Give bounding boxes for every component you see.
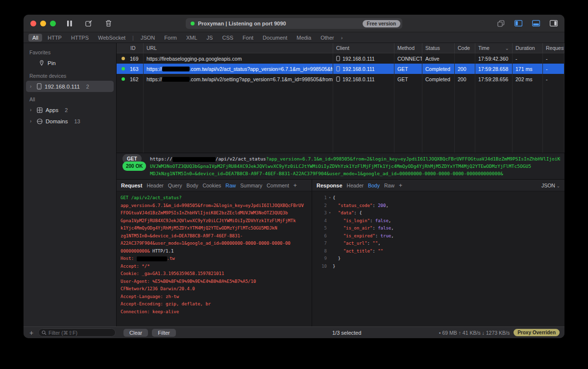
request-tab-body[interactable]: Body bbox=[186, 183, 198, 188]
response-format-selector[interactable]: JSON ⌄ bbox=[541, 183, 560, 188]
column-header-request[interactable]: Request bbox=[543, 43, 564, 53]
column-header-status[interactable]: Status bbox=[422, 43, 455, 53]
content-area: IDURLClientMethodStatusCodeTime⌄Duration… bbox=[117, 43, 564, 326]
response-json-line: 3▾ "data": { bbox=[316, 209, 561, 217]
filter-button[interactable]: Filter bbox=[152, 329, 175, 337]
response-json-line: 10} bbox=[316, 263, 561, 271]
table-row-169[interactable]: 169https://firebaselogging-pa.googleapis… bbox=[117, 53, 564, 64]
filter-tab-other[interactable]: Other bbox=[317, 34, 338, 42]
request-tab-header[interactable]: Header bbox=[147, 183, 163, 188]
pin-icon bbox=[39, 60, 45, 66]
sidebar-item-pin[interactable]: Pin bbox=[26, 57, 114, 69]
clear-button[interactable]: Clear bbox=[123, 329, 148, 337]
column-header-duration[interactable]: Duration bbox=[513, 43, 543, 53]
sidebar-item-apps[interactable]: ›Apps2 bbox=[26, 104, 114, 115]
column-header-code[interactable]: Code bbox=[455, 43, 475, 53]
response-json-line: 1▾{ bbox=[316, 194, 561, 202]
request-raw-line: CFNetwork/1236 Darwin/20.4.0 bbox=[121, 285, 308, 293]
filter-tab-form[interactable]: Form bbox=[160, 34, 181, 42]
request-tab-raw[interactable]: Raw bbox=[225, 183, 236, 188]
chevron-right-icon[interactable]: › bbox=[30, 107, 34, 113]
fold-chevron-icon[interactable]: ▾ bbox=[327, 194, 333, 202]
request-add-tab-button[interactable]: + bbox=[294, 182, 297, 189]
table-row-163[interactable]: 163https://.com.tw/api/v2/act_status?app… bbox=[117, 64, 564, 74]
traffic-table-header: IDURLClientMethodStatusCodeTime⌄Duration… bbox=[117, 43, 564, 53]
sidebar-section-header: Remote devices bbox=[24, 69, 116, 81]
column-header-id[interactable]: ID bbox=[117, 43, 144, 53]
trash-icon[interactable] bbox=[105, 20, 112, 27]
filter-tab-xml[interactable]: XML bbox=[182, 34, 201, 42]
panel-bottom-icon[interactable] bbox=[532, 20, 540, 26]
summary-url-text: https:///api/v2/act_status?app_version=6… bbox=[148, 155, 561, 162]
sidebar-item-192-168-0-111[interactable]: ›192.168.0.1112 bbox=[26, 81, 114, 92]
request-tab-comment[interactable]: Comment bbox=[267, 183, 289, 188]
request-tab-query[interactable]: Query bbox=[168, 183, 182, 188]
request-raw-line: FFOGtuaVJ4d1BzZmM9PSIsInZhbHVlIjoiK0E2bz… bbox=[121, 209, 308, 217]
traffic-table-body: 169https://firebaselogging-pa.googleapis… bbox=[117, 53, 564, 153]
fold-spacer bbox=[327, 263, 333, 271]
device-icon bbox=[37, 83, 42, 90]
toolbar-right-icons bbox=[497, 20, 558, 27]
response-tab-header[interactable]: Header bbox=[347, 183, 364, 188]
panel-left-icon[interactable] bbox=[514, 20, 522, 26]
sidebar: FavoritesPinRemote devices›192.168.0.111… bbox=[24, 43, 117, 326]
filter-tab-css[interactable]: CSS bbox=[218, 34, 237, 42]
filter-tab-document[interactable]: Document bbox=[259, 34, 291, 42]
summary-line: 200 OKUVJWM3NoOTZ3QUQ3bGpna1VpM2FjRU84XC… bbox=[122, 162, 561, 170]
filter-tab-font[interactable]: Font bbox=[239, 34, 257, 42]
apps-icon bbox=[37, 107, 43, 113]
filter-tab-json[interactable]: JSON bbox=[137, 34, 159, 42]
column-header-time[interactable]: Time⌄ bbox=[475, 43, 513, 53]
proxyman-window: Proxyman | Listening on port 9090 Free v… bbox=[24, 15, 564, 338]
zoom-button[interactable] bbox=[50, 21, 56, 26]
minimize-button[interactable] bbox=[40, 21, 46, 26]
filter-tab-http[interactable]: HTTP bbox=[44, 34, 66, 42]
filter-tab-media[interactable]: Media bbox=[293, 34, 315, 42]
response-body-content: 1▾{2 "status_code": 200,3▾ "data": {4 "i… bbox=[312, 191, 564, 326]
chevron-right-icon[interactable]: › bbox=[30, 118, 34, 124]
response-tab-body[interactable]: Body bbox=[368, 183, 380, 188]
phone-small-icon bbox=[336, 76, 340, 82]
filter-tab-all[interactable]: All bbox=[28, 34, 42, 42]
filter-input[interactable]: Filter (⌘⇧F) bbox=[38, 328, 116, 337]
redaction-box bbox=[162, 67, 190, 71]
item-count-badge: 13 bbox=[74, 118, 80, 124]
column-header-method[interactable]: Method bbox=[394, 43, 422, 53]
request-tab-summary[interactable]: Summary bbox=[240, 183, 262, 188]
add-filter-button[interactable]: + bbox=[28, 329, 34, 337]
response-panel: ResponseHeaderBodyRaw+JSON ⌄ 1▾{2 "statu… bbox=[312, 180, 564, 326]
filter-tab-https[interactable]: HTTPS bbox=[67, 34, 93, 42]
column-header-url[interactable]: URL bbox=[144, 43, 333, 53]
response-tab-raw[interactable]: Raw bbox=[384, 183, 394, 188]
line-number: 4 bbox=[316, 217, 327, 225]
title-bar: Proxyman | Listening on port 9090 Free v… bbox=[24, 15, 564, 32]
request-panel: RequestHeaderQueryBodyCookiesRawSummaryC… bbox=[117, 180, 312, 326]
fold-spacer bbox=[327, 255, 333, 263]
tab-group-divider: | bbox=[132, 35, 134, 41]
copy-windows-icon[interactable] bbox=[497, 20, 505, 27]
request-raw-line: zg1NTM5In0=&device_id=DEA7B8CB-A9F7-46EF… bbox=[121, 232, 308, 240]
request-summary-strip: GEThttps:///api/v2/act_status?app_versio… bbox=[117, 153, 564, 179]
fold-spacer bbox=[327, 225, 333, 232]
request-raw-line: A22AC379F904&user_mode=1&google_ad_id=00… bbox=[121, 240, 308, 248]
tabs-overflow-chevron-icon[interactable]: › bbox=[341, 35, 343, 41]
column-header-client[interactable]: Client bbox=[333, 43, 394, 53]
table-row-162[interactable]: 162https://.com.tw/api/v2/setting?app_ve… bbox=[117, 74, 564, 84]
fold-chevron-icon[interactable]: ▾ bbox=[327, 209, 333, 217]
item-count-badge: 2 bbox=[86, 84, 89, 90]
request-tab-cookies[interactable]: Cookies bbox=[202, 183, 221, 188]
response-json-line: 7 "act_url": "", bbox=[316, 240, 561, 248]
summary-url-text: UVJWM3NoOTZ3QUQ3bGpna1VpM2FjRU84XC9JekJQ… bbox=[148, 162, 531, 170]
filter-tab-js[interactable]: JS bbox=[203, 34, 217, 42]
close-button[interactable] bbox=[30, 21, 36, 26]
compose-icon[interactable] bbox=[85, 20, 93, 27]
filter-tab-websocket[interactable]: WebSocket bbox=[94, 34, 129, 42]
window-title: Proxyman | Listening on port 9090 bbox=[198, 21, 286, 26]
pause-icon[interactable] bbox=[67, 20, 73, 27]
chevron-right-icon[interactable]: › bbox=[30, 84, 34, 89]
request-panel-title: Request bbox=[121, 183, 142, 188]
sidebar-item-domains[interactable]: ›Domains13 bbox=[26, 115, 114, 127]
response-add-tab-button[interactable]: + bbox=[399, 182, 402, 189]
traffic-stats: • 69 MB ↑ 41 KB/s ↓ 1273 KB/s bbox=[439, 330, 510, 336]
panel-right-icon[interactable] bbox=[550, 20, 558, 26]
